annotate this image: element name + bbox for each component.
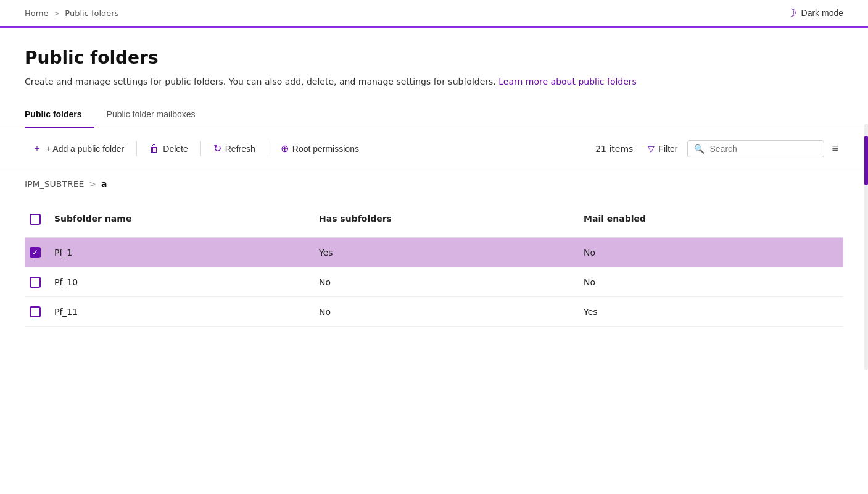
- column-has-subfolders: Has subfolders: [314, 206, 579, 232]
- page-header: Public folders Create and manage setting…: [0, 28, 868, 98]
- scrollbar-thumb[interactable]: [864, 136, 868, 185]
- content-area: IPM_SUBTREE > a Subfolder name Has subfo…: [0, 169, 868, 337]
- search-box: 🔍: [687, 140, 824, 157]
- refresh-icon: ↻: [213, 143, 221, 154]
- row-name-pf11: Pf_11: [49, 299, 314, 324]
- tabs-container: Public folders Public folder mailboxes: [0, 103, 868, 128]
- row-name-pf10: Pf_10: [49, 270, 314, 295]
- row-mail-enabled-pf11: Yes: [579, 299, 843, 324]
- page-description-text: Create and manage settings for public fo…: [25, 77, 496, 86]
- path-breadcrumb: IPM_SUBTREE > a: [25, 179, 843, 189]
- path-sep: >: [89, 179, 96, 189]
- select-all-checkbox[interactable]: [30, 214, 41, 225]
- tab-public-folder-mailboxes[interactable]: Public folder mailboxes: [107, 103, 208, 128]
- dark-mode-button[interactable]: ☽ Dark mode: [787, 6, 843, 26]
- add-button-label: + Add a public folder: [46, 144, 124, 154]
- root-permissions-icon: ⊕: [281, 143, 289, 154]
- breadcrumb: Home > Public folders: [25, 9, 118, 24]
- table-header: Subfolder name Has subfolders Mail enabl…: [25, 201, 843, 238]
- breadcrumb-current: Public folders: [65, 9, 118, 18]
- row-mail-enabled-pf10: No: [579, 270, 843, 295]
- scrollbar[interactable]: [864, 124, 868, 337]
- toolbar-separator-3: [268, 141, 268, 156]
- path-root[interactable]: IPM_SUBTREE: [25, 179, 84, 189]
- moon-icon: ☽: [787, 6, 796, 20]
- table: Subfolder name Has subfolders Mail enabl…: [25, 201, 843, 327]
- view-toggle-button[interactable]: ≡: [827, 138, 843, 159]
- table-row[interactable]: Pf_11 No Yes: [25, 297, 843, 327]
- delete-button-label: Delete: [163, 144, 188, 154]
- page-description: Create and manage settings for public fo…: [25, 75, 843, 88]
- checkbox-pf10[interactable]: [30, 277, 41, 288]
- add-public-folder-button[interactable]: ＋ + Add a public folder: [25, 138, 131, 159]
- delete-icon: 🗑: [149, 143, 159, 154]
- search-input[interactable]: [709, 144, 817, 154]
- top-bar: Home > Public folders ☽ Dark mode: [0, 0, 868, 28]
- learn-more-link[interactable]: Learn more about public folders: [498, 77, 637, 86]
- row-has-subfolders-pf1: Yes: [314, 240, 579, 265]
- root-permissions-label: Root permissions: [292, 144, 359, 154]
- refresh-button[interactable]: ↻ Refresh: [206, 139, 263, 158]
- row-has-subfolders-pf11: No: [314, 299, 579, 324]
- row-mail-enabled-pf1: No: [579, 240, 843, 265]
- delete-button[interactable]: 🗑 Delete: [142, 140, 195, 158]
- toolbar-separator-2: [200, 141, 201, 156]
- table-row[interactable]: Pf_1 Yes No: [25, 238, 843, 267]
- filter-label: Filter: [658, 144, 677, 154]
- column-checkbox: [25, 206, 49, 232]
- checkbox-pf1[interactable]: [30, 247, 41, 258]
- row-checkbox-pf11[interactable]: [25, 299, 49, 325]
- table-row[interactable]: Pf_10 No No: [25, 267, 843, 297]
- filter-button[interactable]: ▽ Filter: [640, 140, 685, 157]
- tab-public-folders[interactable]: Public folders: [25, 103, 94, 128]
- view-toggle-icon: ≡: [832, 142, 838, 154]
- add-icon: ＋: [32, 142, 42, 155]
- item-count: 21 items: [595, 144, 633, 154]
- checkbox-pf11[interactable]: [30, 306, 41, 317]
- refresh-button-label: Refresh: [225, 144, 255, 154]
- search-icon: 🔍: [694, 144, 705, 154]
- toolbar: ＋ + Add a public folder 🗑 Delete ↻ Refre…: [0, 128, 868, 169]
- root-permissions-button[interactable]: ⊕ Root permissions: [273, 139, 366, 158]
- column-mail-enabled: Mail enabled: [579, 206, 843, 232]
- path-current: a: [101, 179, 107, 189]
- breadcrumb-home[interactable]: Home: [25, 9, 48, 18]
- toolbar-separator-1: [136, 141, 137, 156]
- filter-icon: ▽: [648, 144, 655, 154]
- dark-mode-label: Dark mode: [801, 8, 843, 18]
- row-name-pf1: Pf_1: [49, 240, 314, 265]
- breadcrumb-sep: >: [53, 9, 60, 18]
- column-subfolder-name: Subfolder name: [49, 206, 314, 232]
- row-checkbox-pf10[interactable]: [25, 269, 49, 295]
- page-title: Public folders: [25, 48, 843, 68]
- row-has-subfolders-pf10: No: [314, 270, 579, 295]
- row-checkbox-pf1[interactable]: [25, 240, 49, 266]
